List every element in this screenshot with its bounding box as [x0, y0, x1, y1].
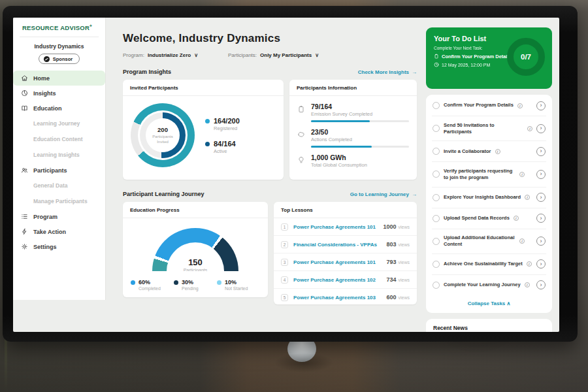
lesson-link[interactable]: Power Purchase Agreements 103 [293, 295, 381, 301]
lesson-link[interactable]: Power Purchase Agreements 102 [293, 277, 381, 283]
invited-participants-card: Invited Participants 200 Participants In… [123, 80, 284, 180]
sidebar-item-home[interactable]: Home [13, 71, 105, 86]
task-label: Complete Your Learning Journey [444, 282, 521, 288]
task-checkbox[interactable] [433, 238, 440, 245]
go-to-learning-journey-link[interactable]: Go to Learning Journey → [350, 191, 417, 197]
emission-survey-progress-bar [311, 120, 409, 122]
gauge-center-label: Participants [152, 268, 238, 271]
sidebar-item-general-data[interactable]: General Data [13, 178, 105, 193]
sidebar-item-take-action[interactable]: Take Action [13, 224, 105, 239]
task-checkbox[interactable] [433, 282, 440, 289]
active-value: 84/164 [214, 140, 236, 148]
dashboard-screen: RESOURCE ADVISOR+ Industry Dynamics Spon… [13, 18, 559, 332]
task-open-button[interactable]: › [536, 259, 546, 269]
task-checkbox[interactable] [433, 261, 440, 268]
info-icon[interactable]: i [517, 103, 523, 108]
participants-filter[interactable]: Participants: Only My Participants ∨ [228, 52, 319, 58]
action-icon [21, 228, 28, 235]
info-icon[interactable]: i [527, 261, 532, 267]
sidebar-item-manage-participants[interactable]: Manage Participants [13, 193, 105, 209]
task-open-button[interactable]: › [536, 214, 546, 223]
check-more-insights-link[interactable]: Check More Insights → [358, 69, 417, 75]
registered-dot-icon [205, 119, 210, 123]
stat-global-consumption: 1,000 GWh Total Global Consumption [297, 154, 409, 168]
lesson-row: 2 Financial Considerations - VPPAs 803vi… [274, 236, 417, 253]
task-checkbox[interactable] [433, 215, 440, 222]
task-checkbox[interactable] [433, 125, 440, 132]
task-open-button[interactable]: › [536, 193, 546, 202]
recent-news-title: Recent News [433, 325, 545, 331]
sidebar-item-learning-journey[interactable]: Learning Journey [13, 116, 105, 131]
monitor-bezel: RESOURCE ADVISOR+ Industry Dynamics Spon… [3, 6, 578, 342]
not-started-dot-icon [217, 280, 221, 285]
task-open-button[interactable]: › [536, 170, 546, 179]
info-icon[interactable]: i [519, 172, 525, 177]
sidebar-item-label: Participants [33, 167, 67, 174]
task-checkbox[interactable] [433, 102, 440, 109]
task-open-button[interactable]: › [536, 147, 546, 156]
lightbulb-icon [297, 156, 305, 164]
logo-secondary: ADVISOR [60, 24, 90, 31]
task-row: Confirm Your Program Details i › [432, 95, 546, 116]
task-row: Verify participants requesting to join t… [432, 162, 546, 187]
insights-icon [21, 90, 28, 97]
gauge-center: 150 Participants [152, 257, 238, 271]
task-open-button[interactable]: › [536, 280, 546, 289]
lesson-link[interactable]: Financial Considerations - VPPAs [293, 242, 381, 248]
info-icon[interactable]: i [527, 126, 532, 131]
todo-due-time: 12 May 2025, 12:00 PM [442, 63, 490, 67]
lesson-link[interactable]: Power Purchase Agreements 101 [293, 224, 378, 230]
link-label: Go to Learning Journey [350, 191, 409, 197]
sidebar-item-program[interactable]: Program [13, 209, 105, 224]
task-open-button[interactable]: › [536, 101, 546, 110]
task-open-button[interactable]: › [536, 124, 546, 133]
lesson-link[interactable]: Power Purchase Agreements 101 [293, 259, 381, 265]
logo-primary: RESOURCE [22, 24, 58, 31]
sidebar-divider [20, 37, 99, 37]
section-title-learning-journey: Participant Learning Journey [123, 191, 204, 197]
sidebar-item-education-content[interactable]: Education Content [13, 131, 105, 147]
legend-pct: 10% [225, 279, 248, 286]
views-suffix: views [398, 278, 410, 282]
task-checkbox[interactable] [433, 171, 440, 178]
info-icon[interactable]: i [519, 238, 525, 244]
sidebar-item-insights[interactable]: Insights [13, 86, 105, 101]
participants-filter-label: Participants: [228, 52, 257, 58]
sidebar-item-label: Insights [33, 90, 56, 97]
stat-label: Total Global Consumption [311, 162, 409, 168]
sidebar-item-learning-insights[interactable]: Learning Insights [13, 147, 105, 163]
sidebar-item-participants[interactable]: Participants [13, 163, 105, 178]
task-row: Complete Your Learning Journey i › [432, 275, 546, 295]
learning-cards-row: Education Progress 150 Participants 60% [123, 202, 417, 304]
task-checkbox[interactable] [433, 194, 440, 201]
todo-task-list: Confirm Your Program Details i › Send 50… [426, 95, 552, 313]
todo-progress-ring: 0/7 [507, 38, 545, 76]
program-filter[interactable]: Program: Industrialize Zero ∨ [123, 52, 198, 58]
lesson-views: 803 [386, 241, 396, 248]
lesson-rank: 4 [281, 276, 288, 284]
sidebar-item-education[interactable]: Education [13, 101, 105, 116]
sidebar-item-settings[interactable]: Settings [13, 239, 105, 254]
sponsor-badge[interactable]: Sponsor [39, 54, 80, 64]
sidebar-item-label: Settings [33, 244, 57, 250]
page-title: Welcome, Industry Dynamics [123, 32, 417, 45]
check-icon [297, 131, 305, 139]
lesson-views: 1000 [383, 223, 396, 230]
lesson-rank: 1 [281, 223, 288, 231]
task-row: Upload Additional Educational Content i … [432, 229, 546, 254]
sidebar-item-label: Education [33, 105, 62, 112]
completed-dot-icon [131, 280, 135, 285]
invited-participants-body: 200 Participants Invited 164/200 Registe… [123, 96, 284, 174]
task-open-button[interactable]: › [536, 237, 546, 246]
sidebar-nav: Home Insights Education Learning Journey… [13, 71, 105, 254]
info-icon[interactable]: i [514, 216, 519, 221]
info-icon[interactable]: i [525, 282, 530, 287]
program-filter-value: Industrialize Zero [148, 52, 191, 58]
info-icon[interactable]: i [525, 195, 530, 200]
collapse-tasks-link[interactable]: Collapse Tasks ∧ [432, 295, 546, 312]
info-icon[interactable]: i [495, 149, 500, 154]
lesson-row: 4 Power Purchase Agreements 102 734views [274, 271, 417, 289]
chevron-up-icon: ∧ [507, 301, 511, 306]
sponsor-badge-label: Sponsor [53, 56, 73, 62]
task-checkbox[interactable] [433, 148, 440, 155]
